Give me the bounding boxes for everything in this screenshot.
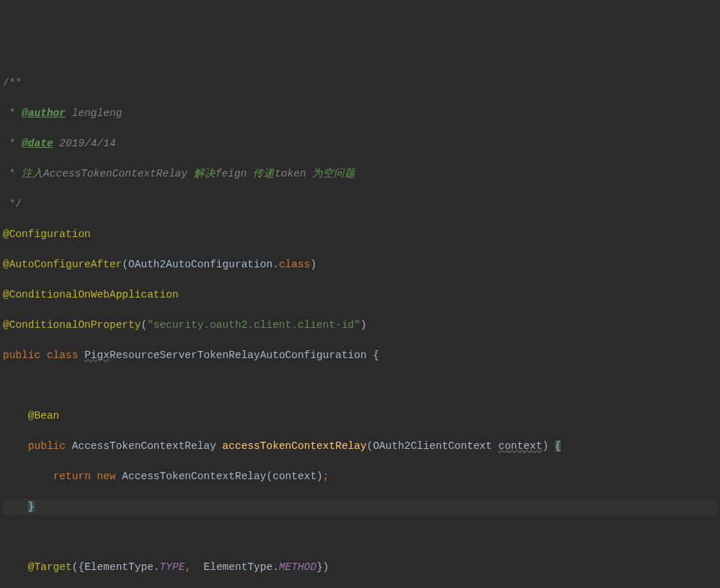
code-line	[3, 530, 717, 545]
code-line: * 注入AccessTokenContextRelay 解决feign 传递to…	[3, 166, 717, 182]
code-line: @ConditionalOnProperty("security.oauth2.…	[3, 318, 717, 333]
code-line	[3, 378, 717, 393]
code-line: public class PigxResourceServerTokenRela…	[3, 348, 717, 363]
doc-tag: @date	[22, 138, 53, 149]
code-line: public AccessTokenContextRelay accessTok…	[3, 439, 717, 454]
annotation: @ConditionalOnProperty	[3, 319, 141, 331]
code-line: @Configuration	[3, 227, 717, 242]
parameter: context	[498, 440, 542, 452]
code-line: * @author lengleng	[3, 106, 717, 121]
code-line: /**	[3, 76, 717, 91]
code-line: @ConditionalOnWebApplication	[3, 288, 717, 303]
string-literal: "security.oauth2.client.client-id"	[147, 319, 360, 331]
code-line: @Target({ElementType.TYPE, ElementType.M…	[3, 560, 717, 575]
annotation: @Bean	[28, 410, 60, 422]
method-name: accessTokenContextRelay	[223, 440, 367, 452]
comment: /**	[3, 77, 22, 89]
code-line: @AutoConfigureAfter(OAuth2AutoConfigurat…	[3, 257, 717, 272]
annotation: @ConditionalOnWebApplication	[3, 289, 179, 300]
code-line: @Bean	[3, 409, 717, 424]
annotation: @Target	[28, 561, 72, 573]
code-editor[interactable]: /** * @author lengleng * @date 2019/4/14…	[0, 61, 720, 588]
annotation: @AutoConfigureAfter	[3, 259, 122, 270]
doc-tag: @author	[22, 107, 66, 119]
code-line: }	[3, 499, 717, 514]
annotation: @Configuration	[3, 228, 91, 240]
code-line: */	[3, 197, 717, 212]
code-line: return new AccessTokenContextRelay(conte…	[3, 469, 717, 484]
class-name: Pigx	[84, 349, 110, 361]
code-line: * @date 2019/4/14	[3, 136, 717, 151]
